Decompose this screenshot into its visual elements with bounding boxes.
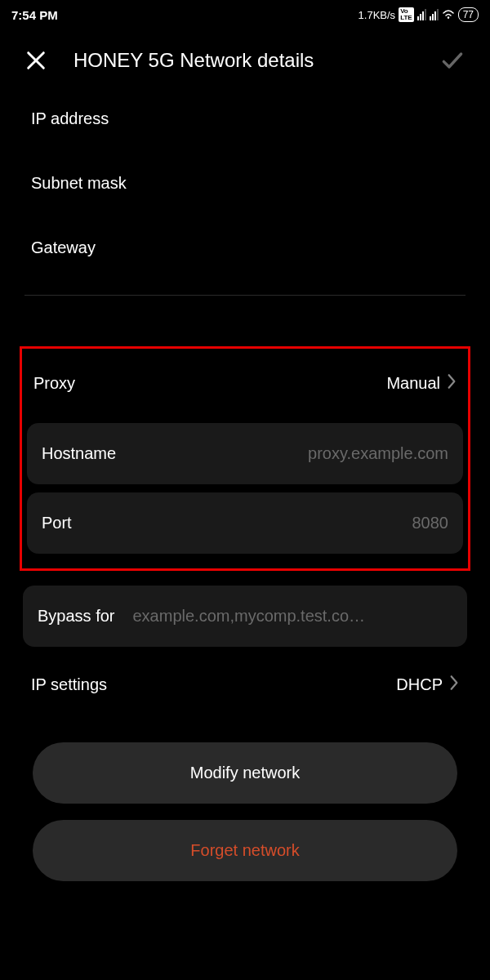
signal-icon-2	[430, 9, 439, 20]
hostname-placeholder: proxy.example.com	[292, 444, 448, 463]
proxy-label: Proxy	[33, 374, 75, 393]
gateway-row[interactable]: Gateway	[24, 216, 466, 280]
volte-icon: VoLTE	[399, 7, 414, 22]
bypass-placeholder: example.com,mycomp.test.co…	[132, 607, 365, 626]
header: HONEY 5G Network details	[0, 29, 490, 87]
ip-settings-label: IP settings	[31, 675, 107, 694]
port-placeholder: 8080	[396, 514, 449, 532]
port-label: Port	[42, 514, 72, 532]
hostname-input[interactable]: Hostname proxy.example.com	[27, 423, 463, 484]
ip-address-label: IP address	[31, 109, 109, 128]
ip-settings-value: DHCP	[396, 675, 443, 694]
proxy-row[interactable]: Proxy Manual	[25, 352, 465, 415]
forget-network-label: Forget network	[190, 841, 299, 859]
close-icon[interactable]	[24, 49, 47, 72]
modify-network-label: Modify network	[190, 764, 301, 782]
ip-settings-row[interactable]: IP settings DHCP	[24, 647, 466, 723]
forget-network-button[interactable]: Forget network	[33, 820, 457, 881]
port-input[interactable]: Port 8080	[27, 492, 463, 554]
status-time: 7:54 PM	[11, 8, 58, 22]
proxy-value: Manual	[386, 374, 440, 393]
svg-point-0	[447, 16, 448, 18]
bypass-label: Bypass for	[38, 607, 132, 626]
chevron-right-icon	[447, 373, 457, 394]
divider	[24, 295, 466, 296]
signal-icon-1	[417, 9, 426, 20]
chevron-right-icon	[449, 675, 459, 695]
modify-network-button[interactable]: Modify network	[33, 742, 457, 804]
network-speed: 1.7KB/s	[359, 9, 396, 21]
subnet-mask-label: Subnet mask	[31, 174, 127, 193]
wifi-icon	[442, 8, 455, 22]
ip-address-row[interactable]: IP address	[24, 87, 466, 151]
highlight-annotation: Proxy Manual Hostname proxy.example.com …	[20, 346, 470, 571]
page-title: HONEY 5G Network details	[47, 49, 439, 72]
gateway-label: Gateway	[31, 238, 96, 257]
hostname-label: Hostname	[42, 444, 116, 463]
subnet-mask-row[interactable]: Subnet mask	[24, 151, 466, 216]
status-bar: 7:54 PM 1.7KB/s VoLTE 77	[0, 0, 490, 29]
battery-icon: 77	[458, 7, 479, 22]
check-icon[interactable]	[439, 47, 466, 74]
bypass-input[interactable]: Bypass for example.com,mycomp.test.co…	[23, 586, 467, 647]
status-indicators: 1.7KB/s VoLTE 77	[359, 7, 479, 22]
